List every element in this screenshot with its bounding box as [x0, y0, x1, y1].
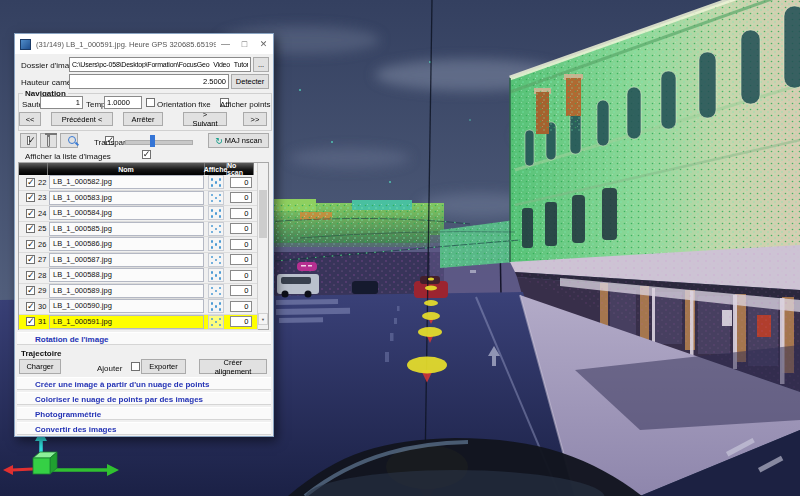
- row-image-name[interactable]: LB_1_000584.jpg: [49, 206, 204, 220]
- table-row[interactable]: 29 LB_1_000589.jpg: [19, 284, 258, 300]
- affiche-button[interactable]: [208, 206, 224, 220]
- table-row[interactable]: 22 LB_1_000582.jpg: [19, 175, 258, 191]
- affiche-button[interactable]: [208, 222, 224, 236]
- noscan-input[interactable]: [230, 254, 252, 265]
- noscan-input[interactable]: [230, 192, 252, 203]
- row-checkbox[interactable]: [26, 302, 35, 311]
- header-nom[interactable]: Nom: [48, 163, 205, 175]
- row-checkbox[interactable]: [26, 240, 35, 249]
- noscan-input[interactable]: [230, 223, 252, 234]
- vertical-scrollbar[interactable]: ▼: [257, 163, 268, 329]
- noscan-input[interactable]: [230, 270, 252, 281]
- table-row[interactable]: 28 LB_1_000588.jpg: [19, 268, 258, 284]
- noscan-input[interactable]: [230, 285, 252, 296]
- row-image-name[interactable]: LB_1_000585.jpg: [49, 222, 204, 236]
- transparency-slider-thumb[interactable]: [150, 135, 155, 147]
- section-photogrammetry[interactable]: Photogrammétrie: [17, 407, 271, 420]
- first-button[interactable]: <<: [19, 112, 41, 126]
- affiche-button[interactable]: [208, 268, 224, 282]
- section-colorize[interactable]: Coloriser le nuage de points par des ima…: [17, 392, 271, 405]
- row-image-name[interactable]: LB_1_000587.jpg: [49, 253, 204, 267]
- header-blank: [19, 163, 48, 175]
- next-button[interactable]: > Suivant: [183, 112, 227, 126]
- table-row[interactable]: 25 LB_1_000585.jpg: [19, 222, 258, 238]
- row-checkbox[interactable]: [26, 271, 35, 280]
- noscan-input[interactable]: [230, 208, 252, 219]
- table-row[interactable]: 31 LB_1_000591.jpg: [19, 315, 258, 331]
- application-window: (31/149) LB_1_000591.jpg. Heure GPS 3206…: [0, 0, 800, 496]
- trajectory-marker: [425, 286, 437, 291]
- row-image-name[interactable]: LB_1_000589.jpg: [49, 284, 204, 298]
- noscan-input[interactable]: [230, 316, 252, 327]
- table-row[interactable]: 30 LB_1_000590.jpg: [19, 299, 258, 315]
- refresh-icon: ↻: [215, 136, 223, 146]
- folder-input[interactable]: [69, 57, 251, 72]
- dialog-titlebar[interactable]: (31/149) LB_1_000591.jpg. Heure GPS 3206…: [15, 34, 273, 54]
- noscan-input[interactable]: [230, 301, 252, 312]
- image-table: Nom Affiche No scan ▲ 22 LB_1_000582.jpg…: [18, 162, 269, 330]
- maximize-button[interactable]: □: [235, 35, 254, 53]
- target-icon: [215, 197, 218, 200]
- header-affiche[interactable]: Affiche: [205, 163, 227, 175]
- row-image-name[interactable]: LB_1_000582.jpg: [49, 175, 204, 189]
- row-number: 28: [38, 271, 46, 280]
- target-icon: [215, 321, 218, 324]
- affiche-button[interactable]: [208, 237, 224, 251]
- camera-height-input[interactable]: [69, 74, 229, 89]
- row-checkbox[interactable]: [26, 286, 35, 295]
- table-row[interactable]: 27 LB_1_000587.jpg: [19, 253, 258, 269]
- delete-button[interactable]: [40, 133, 57, 148]
- table-row[interactable]: 24 LB_1_000584.jpg: [19, 206, 258, 222]
- detect-button[interactable]: Detecter: [231, 74, 269, 89]
- time-input[interactable]: [104, 96, 142, 109]
- row-image-name[interactable]: LB_1_000583.jpg: [49, 191, 204, 205]
- noscan-input[interactable]: [230, 177, 252, 188]
- row-checkbox[interactable]: [26, 317, 35, 326]
- browse-button[interactable]: ...: [253, 57, 269, 72]
- previous-button[interactable]: Précédent <: [51, 112, 113, 126]
- row-checkbox[interactable]: [26, 193, 35, 202]
- section-convert[interactable]: Convertir des images: [17, 422, 271, 435]
- stop-button[interactable]: Arrêter: [123, 112, 163, 126]
- affiche-button[interactable]: [208, 299, 224, 313]
- row-image-name[interactable]: LB_1_000590.jpg: [49, 299, 204, 313]
- scrollbar-thumb[interactable]: [259, 190, 267, 238]
- create-alignment-button[interactable]: Créer alignement: [199, 359, 267, 374]
- scroll-down-button[interactable]: ▼: [258, 313, 268, 325]
- table-row[interactable]: 23 LB_1_000583.jpg: [19, 191, 258, 207]
- minimize-button[interactable]: —: [216, 35, 235, 53]
- zoom-button[interactable]: [60, 133, 78, 148]
- row-checkbox[interactable]: [26, 178, 35, 187]
- section-create-image[interactable]: Créer une image à partir d'un nuage de p…: [17, 377, 271, 390]
- section-rotation[interactable]: Rotation de l'image: [17, 332, 271, 345]
- affiche-button[interactable]: [208, 284, 224, 298]
- export-button[interactable]: Exporter: [141, 359, 186, 374]
- row-image-name[interactable]: LB_1_000591.jpg: [49, 315, 204, 329]
- row-number: 22: [38, 178, 46, 187]
- load-button[interactable]: Charger: [19, 359, 61, 374]
- orientation-fixed-checkbox[interactable]: [146, 98, 155, 107]
- affiche-button[interactable]: [208, 191, 224, 205]
- maj-nscan-button[interactable]: ↻ MAJ nscan: [208, 133, 269, 148]
- close-button[interactable]: ✕: [254, 35, 273, 53]
- noscan-input[interactable]: [230, 239, 252, 250]
- show-list-checkbox[interactable]: [142, 150, 151, 159]
- table-row[interactable]: 26 LB_1_000586.jpg: [19, 237, 258, 253]
- row-image-name[interactable]: LB_1_000588.jpg: [49, 268, 204, 282]
- validate-button[interactable]: [20, 133, 37, 148]
- affiche-button[interactable]: [208, 175, 224, 189]
- transparency-slider[interactable]: [125, 140, 193, 145]
- last-button[interactable]: >>: [243, 112, 267, 126]
- header-noscan[interactable]: No scan: [227, 163, 254, 175]
- row-checkbox[interactable]: [26, 224, 35, 233]
- affiche-button[interactable]: [208, 315, 224, 329]
- row-checkbox[interactable]: [26, 255, 35, 264]
- append-checkbox[interactable]: [131, 362, 140, 371]
- skip-input[interactable]: [40, 96, 83, 109]
- target-icon: [215, 259, 218, 262]
- row-number: 24: [38, 209, 46, 218]
- row-checkbox[interactable]: [26, 209, 35, 218]
- affiche-button[interactable]: [208, 253, 224, 267]
- row-number: 23: [38, 193, 46, 202]
- row-image-name[interactable]: LB_1_000586.jpg: [49, 237, 204, 251]
